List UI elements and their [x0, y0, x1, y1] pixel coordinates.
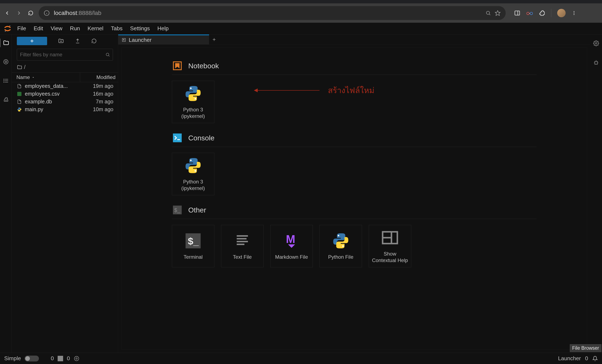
browser-tab-strip: [0, 0, 602, 3]
tab-launcher[interactable]: Launcher: [118, 34, 209, 45]
simple-mode-toggle[interactable]: [25, 356, 39, 362]
chrome-actions: [514, 9, 577, 17]
url-bar[interactable]: localhost:8888/lab: [39, 6, 506, 20]
forward-button[interactable]: [15, 9, 23, 17]
menu-tabs[interactable]: Tabs: [107, 23, 126, 33]
csv-icon: [16, 92, 22, 96]
launcher-tab-icon: [122, 38, 126, 42]
status-mode[interactable]: Launcher: [558, 355, 581, 362]
card-label: Python 3 (ipykernel): [172, 106, 214, 119]
svg-point-15: [4, 60, 8, 64]
lsp-status-icon[interactable]: [74, 356, 79, 362]
column-modified[interactable]: Modified: [80, 73, 118, 82]
launcher-card-text-file[interactable]: Text File: [221, 225, 264, 267]
zoom-icon[interactable]: [485, 10, 491, 16]
menu-view[interactable]: View: [47, 23, 66, 33]
menu-settings[interactable]: Settings: [126, 23, 153, 33]
svg-point-9: [530, 12, 533, 15]
file-modified: 7m ago: [78, 99, 113, 105]
new-launcher-button[interactable]: [17, 37, 47, 45]
kernels-count[interactable]: 0: [67, 355, 70, 362]
file-browser-toolbar: [12, 34, 118, 48]
filter-files-input[interactable]: [17, 49, 113, 61]
menu-kernel[interactable]: Kernel: [84, 23, 107, 33]
folder-icon: [17, 64, 22, 70]
section-title: Other: [188, 206, 206, 214]
debugger-icon[interactable]: [592, 58, 600, 67]
file-list-header: Name Modified: [12, 73, 118, 82]
browser-chrome: localhost:8888/lab: [0, 0, 602, 23]
launcher-card-python3-notebook[interactable]: Python 3 (ipykernel): [172, 81, 214, 123]
toc-tab-icon[interactable]: [2, 76, 10, 85]
svg-line-67: [595, 64, 595, 65]
svg-point-3: [486, 11, 489, 14]
profile-avatar[interactable]: [557, 9, 566, 17]
menu-run[interactable]: Run: [66, 23, 84, 33]
url-text: localhost:8888/lab: [54, 10, 101, 16]
svg-text:$_: $_: [188, 236, 199, 247]
svg-point-41: [194, 98, 196, 99]
back-button[interactable]: [3, 9, 11, 17]
launcher-card-python3-console[interactable]: Python 3 (ipykernel): [172, 153, 214, 195]
status-zero[interactable]: 0: [585, 355, 588, 362]
running-kernels-tab-icon[interactable]: [2, 58, 10, 66]
svg-line-68: [597, 64, 598, 65]
bookmark-star-icon[interactable]: [495, 10, 501, 16]
upload-icon[interactable]: [75, 38, 80, 44]
launcher-card-contextual-help[interactable]: Show Contextual Help: [369, 225, 411, 267]
console-section-icon: [172, 132, 183, 143]
file-row[interactable]: employees.csv 16m ago: [12, 90, 118, 98]
svg-point-69: [76, 358, 77, 359]
file-modified: 10m ago: [78, 106, 113, 113]
file-browser-tab-icon[interactable]: [0, 39, 11, 47]
file-list: employees_data... 19m ago employees.csv …: [12, 82, 118, 353]
notification-bell-icon[interactable]: [592, 356, 598, 361]
jupyter-logo[interactable]: [3, 24, 12, 33]
file-row[interactable]: employees_data... 19m ago: [12, 82, 118, 90]
card-label: Markdown File: [273, 254, 310, 260]
python-icon: [16, 107, 22, 112]
svg-point-56: [342, 245, 344, 247]
card-label: Text File: [231, 254, 254, 260]
file-row[interactable]: main.py 10m ago: [12, 105, 118, 113]
svg-point-11: [574, 13, 574, 13]
column-name[interactable]: Name: [12, 73, 80, 82]
launcher-card-python-file[interactable]: Python File: [320, 225, 362, 267]
breadcrumb-root[interactable]: /: [24, 64, 25, 70]
contextual-help-icon: [381, 229, 399, 247]
kernel-indicator-icon[interactable]: [58, 356, 63, 361]
file-row[interactable]: example.db 7m ago: [12, 98, 118, 105]
property-inspector-icon[interactable]: [592, 39, 600, 48]
svg-line-63: [594, 61, 595, 62]
svg-point-20: [4, 79, 4, 79]
tab-label: Launcher: [129, 37, 151, 43]
launcher-panel: Notebook Python 3 (ipykernel) ส: [121, 48, 587, 350]
menu-help[interactable]: Help: [153, 23, 172, 33]
chrome-menu-icon[interactable]: [571, 10, 577, 16]
refresh-icon[interactable]: [91, 38, 97, 44]
svg-rect-6: [515, 11, 520, 15]
new-folder-icon[interactable]: [58, 38, 64, 44]
text-file-icon: [233, 232, 251, 250]
glasses-icon[interactable]: [526, 11, 533, 15]
menu-edit[interactable]: Edit: [30, 23, 47, 33]
svg-point-8: [527, 12, 529, 15]
svg-rect-42: [173, 134, 182, 142]
breadcrumb[interactable]: /: [12, 62, 118, 73]
launcher-card-terminal[interactable]: $_ Terminal: [172, 225, 214, 267]
extensions-icon[interactable]: [539, 10, 545, 16]
file-icon: [16, 99, 22, 104]
launcher-card-markdown-file[interactable]: M Markdown File: [270, 225, 313, 267]
new-tab-button[interactable]: [209, 34, 219, 44]
extension-manager-tab-icon[interactable]: [2, 95, 10, 104]
panel-icon[interactable]: [514, 10, 520, 16]
file-modified: 19m ago: [78, 83, 113, 89]
terminals-count[interactable]: 0: [51, 355, 54, 362]
menu-file[interactable]: File: [13, 23, 30, 33]
svg-point-21: [4, 81, 4, 81]
python-icon: [184, 156, 202, 175]
svg-line-4: [489, 14, 490, 15]
tooltip: File Browser: [570, 344, 601, 352]
site-info-icon[interactable]: [44, 10, 50, 16]
reload-button[interactable]: [27, 9, 34, 17]
